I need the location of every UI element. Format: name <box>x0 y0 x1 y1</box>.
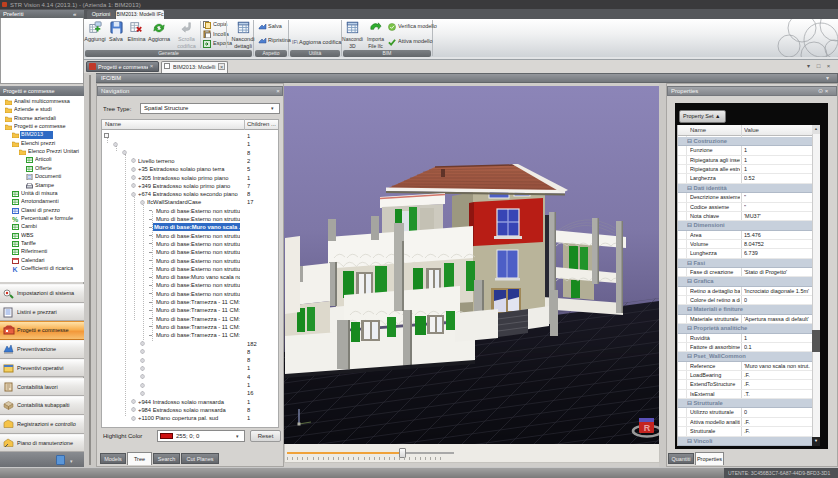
svg-text:R: R <box>644 423 651 433</box>
svg-text:%: % <box>12 216 19 222</box>
svg-text:K: K <box>13 266 18 272</box>
